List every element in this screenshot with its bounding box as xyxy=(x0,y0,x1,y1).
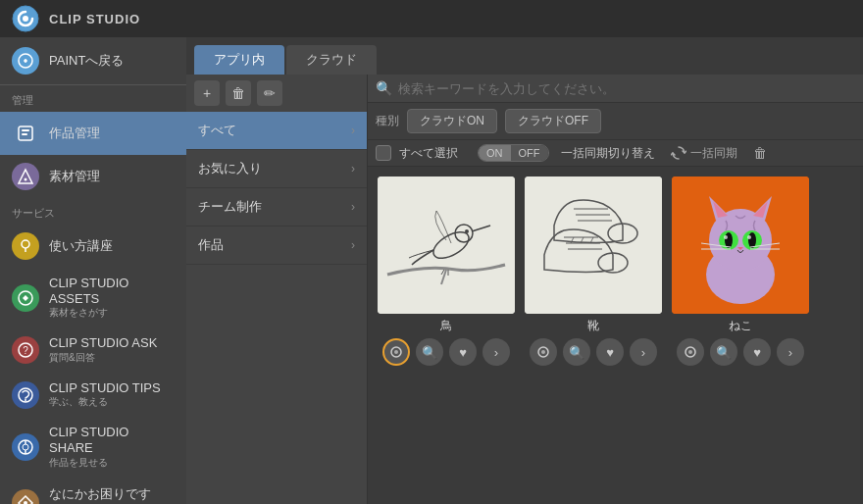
sync-toggle-kutsu[interactable] xyxy=(530,338,557,366)
select-bar: すべて選択 ON OFF 一括同期切り替え 一括同期 xyxy=(368,140,863,167)
work-title-kutsu: 靴 xyxy=(525,318,662,334)
work-actions-tori: 🔍 ♥ › xyxy=(378,338,515,366)
arrow-kutsu[interactable]: › xyxy=(630,338,657,366)
edit-button[interactable]: ✏ xyxy=(257,80,282,106)
svg-point-19 xyxy=(24,501,27,504)
paint-back-label: PAINTへ戻る xyxy=(49,52,124,70)
section-header-kanri: 管理 xyxy=(0,85,186,112)
ask-text: CLIP STUDIO ASK 質問&回答 xyxy=(49,335,157,365)
work-title-tori: 鳥 xyxy=(378,318,515,334)
sidebar-item-sozai[interactable]: 素材管理 xyxy=(0,155,186,198)
help-label: なにかお困りですか？ xyxy=(49,485,175,504)
sakuhin-icon xyxy=(12,120,39,147)
work-item-tori: 鳥 🔍 ♥ xyxy=(378,176,515,366)
heart-neko[interactable]: ♥ xyxy=(743,338,771,366)
work-grid: 鳥 🔍 ♥ xyxy=(368,167,863,504)
cloud-off-button[interactable]: クラウドOFF xyxy=(505,109,601,133)
arrow-neko[interactable]: › xyxy=(777,338,804,366)
filter-label: 種別 xyxy=(376,113,399,129)
delete-button[interactable]: 🗑 xyxy=(226,80,251,106)
sync-toggle-tori[interactable] xyxy=(382,338,410,366)
search-neko[interactable]: 🔍 xyxy=(710,338,737,366)
svg-point-59 xyxy=(688,350,692,354)
svg-point-23 xyxy=(465,229,469,233)
ask-label: CLIP STUDIO ASK xyxy=(49,335,157,351)
work-item-neko: ねこ 🔍 ♥ xyxy=(672,176,809,366)
clip-studio-logo-icon xyxy=(12,5,39,32)
svg-point-51 xyxy=(724,235,728,239)
select-all-label: すべて選択 xyxy=(399,145,458,162)
work-thumb-neko xyxy=(672,176,809,314)
search-bar: 🔍 xyxy=(368,75,863,103)
add-button[interactable]: + xyxy=(194,80,220,106)
nav-item-works[interactable]: 作品 › xyxy=(186,227,367,265)
toggle-off-label: OFF xyxy=(511,145,548,161)
svg-point-8 xyxy=(22,240,29,248)
sidebar-item-sakuhin[interactable]: 作品管理 xyxy=(0,112,186,155)
nav-item-fav[interactable]: お気に入り › xyxy=(186,150,367,188)
sidebar-item-tsukaikata[interactable]: 使い方講座 xyxy=(0,225,186,268)
trash-icon[interactable]: 🗑 xyxy=(753,145,767,161)
tab-bar: アプリ内 クラウド xyxy=(186,37,863,75)
app-title: CLIP STUDIO xyxy=(49,12,140,26)
heart-tori[interactable]: ♥ xyxy=(449,338,477,366)
bulk-sync-label[interactable]: 一括同期 xyxy=(690,145,737,162)
chevron-icon: › xyxy=(351,200,355,214)
svg-point-1 xyxy=(23,16,28,22)
svg-point-7 xyxy=(25,178,27,181)
main-layout: PAINTへ戻る 管理 作品管理 素材管理 xyxy=(0,37,863,504)
heart-kutsu[interactable]: ♥ xyxy=(596,338,624,366)
ask-icon: ? xyxy=(12,336,39,364)
sidebar-item-share[interactable]: CLIP STUDIO SHARE 作品を見せる xyxy=(0,417,186,477)
sync-toggle[interactable]: ON OFF xyxy=(478,144,549,162)
sidebar-item-ask[interactable]: ? CLIP STUDIO ASK 質問&回答 xyxy=(0,328,186,373)
work-actions-neko: 🔍 ♥ › xyxy=(672,338,809,366)
filter-bar: 種別 クラウドON クラウドOFF xyxy=(368,103,863,140)
svg-rect-20 xyxy=(378,176,515,314)
paint-back-button[interactable]: PAINTへ戻る xyxy=(0,37,186,85)
content-area: アプリ内 クラウド + 🗑 ✏ xyxy=(186,37,863,504)
work-title-neko: ねこ xyxy=(672,318,809,334)
assets-label: CLIP STUDIO ASSETS xyxy=(49,276,175,306)
bulk-switch-label[interactable]: 一括同期切り替え xyxy=(561,145,655,162)
ask-sub: 質問&回答 xyxy=(49,351,157,365)
search-tori[interactable]: 🔍 xyxy=(416,338,443,366)
nav-item-team[interactable]: チーム制作 › xyxy=(186,188,367,227)
svg-point-50 xyxy=(748,232,756,248)
sidebar-item-help[interactable]: なにかお困りですか？ xyxy=(0,478,186,504)
tips-text: CLIP STUDIO TIPS 学ぶ、教える xyxy=(49,380,161,410)
sakuhin-label: 作品管理 xyxy=(49,125,100,142)
topbar: CLIP STUDIO xyxy=(0,0,863,37)
svg-point-49 xyxy=(725,232,733,248)
svg-rect-4 xyxy=(22,129,29,131)
paint-icon xyxy=(12,47,39,75)
work-thumb-kutsu xyxy=(525,176,662,314)
share-text: CLIP STUDIO SHARE 作品を見せる xyxy=(49,425,175,469)
search-kutsu[interactable]: 🔍 xyxy=(563,338,590,366)
share-sub: 作品を見せる xyxy=(49,456,175,470)
content-body: + 🗑 ✏ すべて › お気に入り xyxy=(186,75,863,504)
assets-sub: 素材をさがす xyxy=(49,306,175,320)
tsukaikata-icon xyxy=(12,232,39,260)
chevron-icon: › xyxy=(351,124,355,137)
work-actions-kutsu: 🔍 ♥ › xyxy=(525,338,662,366)
cloud-on-button[interactable]: クラウドON xyxy=(407,109,497,133)
sync-toggle-neko[interactable] xyxy=(677,338,704,366)
tab-app[interactable]: アプリ内 xyxy=(194,45,284,75)
search-input[interactable] xyxy=(398,81,855,96)
sidebar-item-assets[interactable]: CLIP STUDIO ASSETS 素材をさがす xyxy=(0,268,186,328)
chevron-icon: › xyxy=(351,162,355,176)
sidebar-item-tips[interactable]: CLIP STUDIO TIPS 学ぶ、教える xyxy=(0,373,186,418)
nav-item-all[interactable]: すべて › xyxy=(186,112,367,150)
toggle-on-label: ON xyxy=(479,145,511,161)
svg-rect-26 xyxy=(525,176,662,314)
section-header-service: サービス xyxy=(0,198,186,225)
work-item-kutsu: 靴 🔍 ♥ xyxy=(525,176,662,366)
tips-label: CLIP STUDIO TIPS xyxy=(49,380,161,396)
tsukaikata-label: 使い方講座 xyxy=(49,237,113,255)
bulk-sync-group: 一括同期 xyxy=(671,145,737,162)
tab-cloud[interactable]: クラウド xyxy=(286,45,377,75)
arrow-tori[interactable]: › xyxy=(482,338,510,366)
assets-text: CLIP STUDIO ASSETS 素材をさがす xyxy=(49,276,175,320)
select-all-checkbox[interactable] xyxy=(376,145,391,161)
